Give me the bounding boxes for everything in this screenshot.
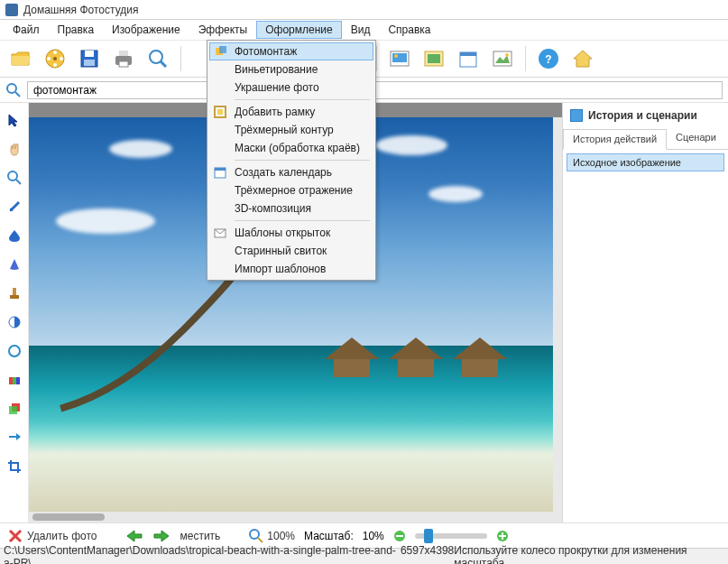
swap-icon: [7, 430, 22, 445]
cursor-icon: [7, 113, 22, 127]
status-path: C:\Users\ContentManager\Downloads\tropic…: [4, 544, 397, 565]
cone-tool[interactable]: [5, 254, 24, 274]
svg-rect-39: [9, 406, 17, 414]
menu-item-label: Маски (обработка краёв): [235, 142, 360, 154]
horizontal-scrollbar[interactable]: [29, 512, 562, 522]
menu-composition-3d[interactable]: 3D-композиция: [209, 199, 373, 217]
menu-item-label: 3D-композиция: [235, 202, 311, 215]
svg-rect-36: [13, 377, 16, 384]
svg-line-30: [16, 180, 21, 184]
svg-rect-32: [10, 295, 19, 299]
arrow-right-icon: [152, 529, 170, 543]
svg-text:?: ?: [545, 53, 551, 66]
menu-effects[interactable]: Эффекты: [189, 21, 257, 39]
zoom-out-button[interactable]: [393, 530, 406, 542]
zoom-100-button[interactable]: 100%: [249, 529, 295, 543]
svg-point-47: [250, 530, 259, 539]
help-button[interactable]: ?: [533, 43, 564, 74]
postcard-icon: [213, 226, 227, 240]
stamp-tool[interactable]: [5, 283, 24, 303]
drop-tool[interactable]: [5, 226, 24, 245]
menu-vignetting[interactable]: Виньетирование: [209, 60, 373, 79]
menu-item-label: Добавить рамку: [235, 106, 315, 118]
history-item-original[interactable]: Исходное изображение: [567, 153, 724, 171]
zoom-slider-thumb[interactable]: [424, 529, 433, 543]
history-icon: [570, 109, 583, 122]
redo-button[interactable]: [152, 529, 170, 543]
hand-tool[interactable]: [5, 139, 24, 159]
menu-reflection-3d[interactable]: Трёхмерное отражение: [209, 181, 373, 199]
crop-icon: [7, 459, 22, 474]
crop-tool[interactable]: [5, 457, 24, 476]
open-button[interactable]: [5, 43, 36, 74]
toolbar-separator: [180, 46, 181, 71]
design-dropdown: Фотомонтаж Виньетирование Украшение фото…: [207, 40, 376, 281]
zoom-slider[interactable]: [415, 533, 487, 539]
undo-button[interactable]: [125, 529, 143, 543]
tab-history[interactable]: История действий: [563, 129, 667, 150]
photomontage-icon: [214, 44, 228, 59]
delete-photo-button[interactable]: Удалить фото: [7, 528, 97, 544]
circle-tool[interactable]: [5, 341, 24, 361]
menu-separator: [235, 220, 370, 221]
contrast-tool[interactable]: [5, 312, 24, 332]
swap-tool[interactable]: [5, 428, 24, 448]
print-button[interactable]: [108, 43, 139, 74]
menu-item-label: Импорт шаблонов: [235, 263, 326, 275]
picture-button-2[interactable]: [419, 43, 449, 74]
menu-design[interactable]: Оформление: [256, 21, 341, 39]
menu-item-label: Создать календарь: [235, 166, 332, 179]
left-toolbar: [0, 103, 29, 522]
save-button[interactable]: [74, 43, 105, 74]
menu-help[interactable]: Справка: [379, 21, 439, 39]
vertical-scrollbar[interactable]: [553, 117, 562, 512]
menu-old-scroll[interactable]: Старинный свиток: [209, 242, 373, 260]
menu-decoration[interactable]: Украшение фото: [209, 79, 373, 97]
picture-button-1[interactable]: [384, 43, 415, 74]
svg-rect-23: [493, 51, 511, 66]
tab-scenarios[interactable]: Сценари: [667, 128, 725, 149]
film-button[interactable]: [40, 43, 70, 74]
hand-icon: [7, 142, 22, 156]
svg-rect-10: [119, 51, 128, 56]
svg-line-48: [258, 538, 263, 542]
menu-import-templates[interactable]: Импорт шаблонов: [209, 260, 373, 278]
zoom-button[interactable]: [143, 43, 173, 74]
picture-button-3[interactable]: [487, 43, 518, 74]
menu-contour-3d[interactable]: Трёхмерный контур: [209, 121, 373, 139]
menu-photomontage[interactable]: Фотомонтаж: [209, 42, 373, 60]
menu-image[interactable]: Изображение: [103, 21, 189, 39]
printer-icon: [112, 47, 135, 70]
hut: [462, 359, 498, 377]
menu-item-label: Шаблоны открыток: [235, 227, 330, 239]
svg-point-12: [150, 51, 162, 63]
gradient-tool[interactable]: [5, 370, 24, 390]
scrollbar-thumb[interactable]: [32, 513, 105, 521]
svg-line-13: [161, 61, 166, 67]
picture-icon: [388, 47, 411, 70]
cone-icon: [7, 257, 22, 272]
svg-rect-15: [392, 53, 407, 62]
menu-add-frame[interactable]: Добавить рамку: [209, 103, 373, 121]
search-icon: [5, 82, 22, 98]
calendar-icon: [456, 47, 480, 70]
home-button[interactable]: [567, 43, 598, 74]
picture-frame-icon: [422, 47, 446, 70]
svg-rect-53: [502, 532, 503, 540]
menu-edit[interactable]: Правка: [49, 21, 104, 39]
menu-masks[interactable]: Маски (обработка краёв): [209, 139, 373, 157]
menu-calendar[interactable]: Создать календарь: [209, 163, 373, 181]
brush-tool[interactable]: [5, 197, 24, 217]
calendar-button[interactable]: [453, 43, 484, 74]
menu-item-label: Украшение фото: [235, 81, 319, 94]
layers-tool[interactable]: [5, 399, 24, 419]
menu-view[interactable]: Вид: [342, 21, 380, 39]
zoom-in-button[interactable]: [496, 530, 509, 542]
menu-postcard-templates[interactable]: Шаблоны открыток: [209, 224, 373, 242]
minus-icon: [393, 530, 406, 542]
zoom-tool[interactable]: [5, 168, 24, 188]
menu-file[interactable]: Файл: [4, 21, 49, 39]
pointer-tool[interactable]: [5, 110, 24, 130]
frame-icon: [213, 105, 227, 119]
toolbar-separator: [376, 46, 377, 71]
